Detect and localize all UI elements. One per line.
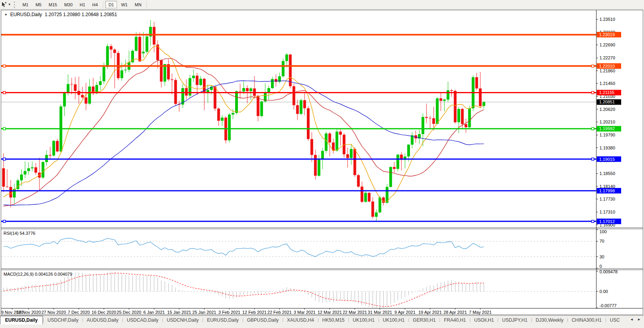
hline-handle[interactable]	[592, 220, 594, 223]
svg-text:100: 100	[599, 229, 607, 234]
top-toolbar: ▼ M1M5M15M30H1H4 D1W1MN	[0, 0, 644, 9]
hline-handle[interactable]	[592, 65, 594, 67]
svg-text:7 Dec 2020: 7 Dec 2020	[68, 310, 90, 315]
toolbar-separator	[147, 1, 147, 8]
tab-china300-h1-16[interactable]: CHINA300,H1	[568, 316, 605, 324]
tab-eurusd-daily-0[interactable]: EURUSD,Daily	[0, 316, 43, 324]
svg-text:1.18550: 1.18550	[599, 171, 615, 176]
svg-text:1.21450: 1.21450	[599, 81, 615, 86]
svg-text:1.19015: 1.19015	[599, 157, 615, 162]
svg-text:1.23510: 1.23510	[599, 17, 615, 22]
svg-text:30: 30	[599, 254, 604, 259]
svg-text:18 Nov 2020: 18 Nov 2020	[17, 310, 41, 315]
tab-fra40-h1-12[interactable]: FRA40,H1	[440, 316, 470, 324]
hline-handle[interactable]	[592, 91, 594, 94]
svg-text:3 Mar 2021: 3 Mar 2021	[294, 310, 316, 315]
svg-text:22 Mar 2021: 22 Mar 2021	[343, 310, 367, 315]
hline-handle[interactable]	[592, 127, 594, 130]
tab-scroll-right-icon[interactable]: ►	[637, 317, 641, 321]
svg-text:1.23019: 1.23019	[599, 32, 615, 37]
svg-text:6 Jan 2021: 6 Jan 2021	[143, 310, 165, 315]
svg-text:1.17998: 1.17998	[599, 188, 615, 193]
timeframe-button-d1[interactable]: D1	[105, 1, 117, 8]
timeframe-button-m5[interactable]: M5	[32, 1, 45, 8]
svg-text:25 Dec 2020: 25 Dec 2020	[117, 310, 141, 315]
toolbar-separator	[103, 1, 103, 8]
svg-text:28 Apr 2021: 28 Apr 2021	[444, 310, 467, 315]
chart-tab-bar: EURUSD,Daily|USDCHF,Daily|AUDUSD,Daily|U…	[0, 315, 644, 328]
timeframe-button-h4[interactable]: H4	[89, 1, 101, 8]
macd-pane-label: MACD(12,26,9) 0.004126 0.004079	[4, 272, 72, 276]
svg-text:1.22270: 1.22270	[599, 55, 615, 60]
svg-text:0.009478: 0.009478	[599, 269, 618, 274]
time-axis: 9 Nov 202018 Nov 202027 Nov 20207 Dec 20…	[1, 308, 492, 315]
chart-symbol-label: EURUSD,Daily	[10, 12, 42, 17]
rsi-line	[4, 238, 484, 257]
svg-text:1.19380: 1.19380	[599, 146, 615, 150]
tab-usdcad-daily-3[interactable]: USDCAD,Daily	[123, 316, 162, 324]
tab-uk100-h1-10[interactable]: UK100,H1	[379, 316, 408, 324]
tab-usdcnh-daily-4[interactable]: USDCNH,Daily	[163, 316, 202, 324]
price-line-label: 1.23019	[597, 32, 621, 37]
timeframe-button-m15[interactable]: M15	[45, 1, 60, 8]
svg-text:1.19992: 1.19992	[599, 126, 615, 131]
svg-text:25 Jan 2021: 25 Jan 2021	[192, 310, 216, 315]
hline-handle[interactable]	[3, 127, 6, 130]
price-line-label: 1.22010	[597, 63, 621, 69]
svg-text:1.17310: 1.17310	[599, 210, 615, 214]
svg-text:1.22010: 1.22010	[599, 64, 615, 68]
tab-gbpusd-daily-6[interactable]: GBPUSD,Daily	[243, 316, 282, 324]
timeframe-button-mn[interactable]: MN	[132, 1, 145, 8]
price-line-label: 1.17012	[597, 219, 621, 224]
svg-text:19 Apr 2021: 19 Apr 2021	[418, 310, 442, 315]
price-line-label: 1.17998	[597, 188, 621, 193]
hline-handle[interactable]	[3, 220, 6, 223]
crosshair-cursor-icon	[0, 1, 7, 8]
price-line-label: 1.19015	[597, 157, 621, 162]
hline-handle[interactable]	[3, 91, 6, 94]
price-line-label: 1.21155	[597, 90, 621, 95]
svg-text:31 Mar 2021: 31 Mar 2021	[368, 310, 392, 315]
chart-ohlc-values: 1.20725 1.20880 1.20648 1.20851	[45, 12, 117, 17]
tab-audusd-daily-2[interactable]: AUDUSD,Daily	[83, 316, 122, 324]
chart-title: ▼ EURUSD,Daily 1.20725 1.20880 1.20648 1…	[4, 12, 117, 17]
tab-usdjpy-h1-14[interactable]: USDJPY,H1	[499, 316, 531, 324]
hline-handle[interactable]	[592, 158, 594, 160]
timeframe-button-w1[interactable]: W1	[118, 1, 131, 8]
macd-signal-line	[4, 273, 484, 306]
tab-ger30-h1-11[interactable]: GER30,H1	[409, 316, 439, 324]
hline-handle[interactable]	[3, 158, 6, 160]
hline-handle[interactable]	[3, 65, 6, 67]
svg-text:3 Feb 2021: 3 Feb 2021	[218, 310, 240, 315]
pointer-tool-button[interactable]: ▼	[0, 1, 12, 8]
chart-collapse-icon[interactable]: ▼	[4, 13, 7, 17]
timeframe-button-m1[interactable]: M1	[19, 1, 32, 8]
chevron-down-icon[interactable]: ▼	[8, 3, 11, 6]
tab-hk50-m15-8[interactable]: HK50,M15	[319, 316, 348, 324]
macd-histogram	[4, 271, 484, 308]
timeframe-button-m30[interactable]: M30	[61, 1, 76, 8]
svg-text:1.20210: 1.20210	[599, 120, 615, 124]
svg-text:1.19790: 1.19790	[599, 133, 615, 137]
tab-uk100-h1-9[interactable]: UK100,H1	[349, 316, 378, 324]
tab-usoil-h1-13[interactable]: USOil,H1	[471, 316, 497, 324]
svg-text:1.21860: 1.21860	[599, 68, 615, 73]
toolbar-grip-handle[interactable]	[14, 2, 17, 8]
svg-text:0: 0	[599, 264, 602, 269]
svg-text:15 Jan 2021: 15 Jan 2021	[167, 310, 191, 315]
svg-text:16 Dec 2020: 16 Dec 2020	[92, 310, 116, 315]
chart-canvas[interactable]: 1.235101.231001.226901.222701.218601.214…	[1, 10, 643, 315]
timeframe-button-h1[interactable]: H1	[76, 1, 88, 8]
tab-usc-17[interactable]: USC	[606, 316, 623, 324]
timeframe-group: D1W1MN	[105, 1, 145, 8]
svg-text:1.17730: 1.17730	[599, 197, 615, 201]
tab-eurusd-daily-5[interactable]: EURUSD,Daily	[203, 316, 242, 324]
tab-scroll-left-icon[interactable]: ◄	[630, 317, 633, 321]
tab-xauusd-h4-7[interactable]: XAUUSD,H4	[283, 316, 317, 324]
tab-dj30-weekly-15[interactable]: DJ30,Weekly	[532, 316, 567, 324]
svg-text:1.20620: 1.20620	[599, 107, 615, 112]
svg-text:12 Mar 2021: 12 Mar 2021	[317, 310, 342, 315]
tab-scrollers: ◄►	[628, 316, 644, 321]
tab-usdchf-daily-1[interactable]: USDCHF,Daily	[44, 316, 82, 324]
price-line-label: 1.20851	[597, 99, 621, 105]
